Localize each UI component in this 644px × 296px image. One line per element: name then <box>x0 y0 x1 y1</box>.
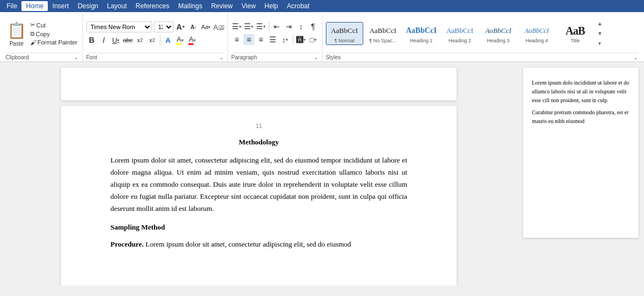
page-number: 11 <box>110 122 407 129</box>
justify-button[interactable]: ☰ <box>268 34 279 45</box>
menu-help[interactable]: Help <box>260 1 282 11</box>
menu-bar: File Home Insert Design Layout Reference… <box>0 0 644 12</box>
clear-formatting-button[interactable]: A⌫ <box>213 21 224 32</box>
style-normal[interactable]: AaBbCcI ¶ Normal <box>326 22 363 45</box>
menu-mailings[interactable]: Mailings <box>174 1 207 11</box>
paragraph-group-label: Paragraph ⌄ <box>231 53 319 62</box>
document-body[interactable]: Lorem ipsum dolor sit amet, consectetur … <box>110 154 407 250</box>
page-container[interactable]: 11 Methodology Lorem ipsum dolor sit ame… <box>0 62 518 286</box>
subscript-button[interactable]: x2 <box>135 35 146 46</box>
style-heading4[interactable]: AoBbCcI Heading 4 <box>518 23 556 44</box>
styles-scroll-down[interactable]: ▼ <box>596 30 604 37</box>
menu-review[interactable]: Review <box>207 1 237 11</box>
highlight-button[interactable]: A▾ <box>175 35 186 46</box>
styles-scroll-up[interactable]: ▲ <box>596 20 604 27</box>
sort-button[interactable]: ↕ <box>296 21 307 32</box>
strikethrough-button[interactable]: abc <box>123 35 134 46</box>
menu-references[interactable]: References <box>131 1 174 11</box>
font-format-row: B I U▾ abc x2 x2 A A▾ A▾ <box>86 35 198 46</box>
style-heading3-label: Heading 3 <box>487 38 509 43</box>
show-marks-button[interactable]: ¶ <box>308 21 319 32</box>
style-title[interactable]: AaB Title <box>557 23 594 44</box>
right-panel: Lorem ipsum dolo incididunt ut labore et… <box>518 62 644 286</box>
paragraph-group: ☰▾ ☰▾ ☰▾ ⇤ ⇥ ↕ ¶ ≡ ≡ ≡ ☰ ↕▾ 🅰▾ <box>228 14 323 62</box>
align-center-button[interactable]: ≡ <box>243 34 254 45</box>
style-title-label: Title <box>570 38 580 43</box>
copy-icon: ⧉ <box>30 30 35 37</box>
style-no-spacing[interactable]: AaBbCcI ¶ No Spac... <box>364 23 402 44</box>
style-heading2[interactable]: AaBbCcI Heading 2 <box>441 23 479 44</box>
body-paragraph: Lorem ipsum dolor sit amet, consectetur … <box>110 154 407 215</box>
styles-more[interactable]: ▾ <box>596 40 604 47</box>
right-para1: Lorem ipsum dolo incididunt ut labore et… <box>532 79 630 105</box>
menu-layout[interactable]: Layout <box>103 1 131 11</box>
style-heading2-preview: AaBbCcI <box>443 24 476 38</box>
format-painter-button[interactable]: 🖌 Format Painter <box>29 38 79 46</box>
style-heading3[interactable]: AoBbCcI Heading 3 <box>480 23 517 44</box>
font-size-select[interactable]: 12 <box>154 21 174 32</box>
styles-expand-button[interactable]: ⌄ <box>633 55 639 60</box>
italic-button[interactable]: I <box>98 35 109 46</box>
change-case-button[interactable]: Aa▾ <box>201 21 212 32</box>
format-painter-label: Format Painter <box>37 39 77 46</box>
font-selector-row: Times New Rom 12 A+ A- Aa▾ A⌫ <box>86 21 224 32</box>
styles-scroll-arrows: ▲ ▼ ▾ <box>595 19 605 48</box>
page-top-content <box>61 68 457 100</box>
underline-button[interactable]: U▾ <box>110 35 121 46</box>
increase-indent-button[interactable]: ⇥ <box>284 21 295 32</box>
paste-button[interactable]: 📋 Paste <box>5 20 27 48</box>
font-group: Times New Rom 12 A+ A- Aa▾ A⌫ B I U▾ abc… <box>83 14 228 62</box>
borders-button[interactable]: □▾ <box>308 34 319 45</box>
paste-label: Paste <box>9 41 24 47</box>
style-heading1[interactable]: AaBbCcI Heading 1 <box>403 23 440 44</box>
clipboard-group: 📋 Paste ✂ Cut ⧉ Copy 🖌 Format <box>2 14 83 62</box>
menu-acrobat[interactable]: Acrobat <box>282 1 314 11</box>
superscript-button[interactable]: x2 <box>147 35 158 46</box>
styles-group: AaBbCcI ¶ Normal AaBbCcI ¶ No Spac... Aa… <box>323 14 642 62</box>
format-painter-icon: 🖌 <box>30 39 36 46</box>
page-main-content: 11 Methodology Lorem ipsum dolor sit ame… <box>61 106 457 286</box>
menu-home[interactable]: Home <box>21 1 48 11</box>
bullets-button[interactable]: ☰▾ <box>231 21 242 32</box>
copy-label: Copy <box>36 31 50 37</box>
page-main: 11 Methodology Lorem ipsum dolor sit ame… <box>61 106 457 286</box>
style-heading1-label: Heading 1 <box>410 38 432 43</box>
menu-insert[interactable]: Insert <box>48 1 73 11</box>
align-right-button[interactable]: ≡ <box>256 34 267 45</box>
text-effects-button[interactable]: A <box>163 35 174 46</box>
paragraph-expand-button[interactable]: ⌄ <box>313 55 319 60</box>
paste-icon: 📋 <box>8 21 25 41</box>
numbering-button[interactable]: ☰▾ <box>243 21 254 32</box>
styles-group-label: Styles ⌄ <box>326 53 639 62</box>
procedure-bold: Procedure. <box>110 240 144 248</box>
shrink-font-button[interactable]: A- <box>188 21 199 32</box>
style-normal-label: ¶ Normal <box>335 38 354 43</box>
ribbon-content: 📋 Paste ✂ Cut ⧉ Copy 🖌 Format <box>0 13 644 62</box>
cut-button[interactable]: ✂ Cut <box>29 21 79 29</box>
align-left-button[interactable]: ≡ <box>231 34 242 45</box>
divider <box>269 21 269 31</box>
multilevel-list-button[interactable]: ☰▾ <box>256 21 267 32</box>
font-expand-button[interactable]: ⌄ <box>219 55 224 60</box>
decrease-indent-button[interactable]: ⇤ <box>271 21 282 32</box>
style-title-preview: AaB <box>559 24 592 38</box>
copy-button[interactable]: ⧉ Copy <box>29 30 79 38</box>
right-para2: Curabitur pretium commodo pharetra, est … <box>532 108 630 126</box>
font-color-button[interactable]: A▾ <box>187 35 198 46</box>
right-page: Lorem ipsum dolo incididunt ut labore et… <box>523 68 639 238</box>
styles-group-content: AaBbCcI ¶ Normal AaBbCcI ¶ No Spac... Aa… <box>326 15 639 52</box>
menu-design[interactable]: Design <box>73 1 102 11</box>
shading-button[interactable]: 🅰▾ <box>296 34 307 45</box>
font-family-select[interactable]: Times New Rom <box>86 21 152 32</box>
scissors-icon: ✂ <box>30 21 35 29</box>
font-group-label: Font ⌄ <box>86 53 224 62</box>
grow-font-button[interactable]: A+ <box>175 21 186 32</box>
menu-view[interactable]: View <box>237 1 260 11</box>
procedure-paragraph: Procedure. Lorem ipsum dolor sit amet, c… <box>110 238 407 250</box>
paragraph-row1: ☰▾ ☰▾ ☰▾ ⇤ ⇥ ↕ ¶ <box>231 21 319 32</box>
bold-button[interactable]: B <box>86 35 97 46</box>
clipboard-expand-button[interactable]: ⌄ <box>74 55 79 60</box>
paragraph-group-content: ☰▾ ☰▾ ☰▾ ⇤ ⇥ ↕ ¶ ≡ ≡ ≡ ☰ ↕▾ 🅰▾ <box>231 15 319 52</box>
menu-file[interactable]: File <box>2 1 21 11</box>
line-spacing-button[interactable]: ↕▾ <box>280 34 291 45</box>
